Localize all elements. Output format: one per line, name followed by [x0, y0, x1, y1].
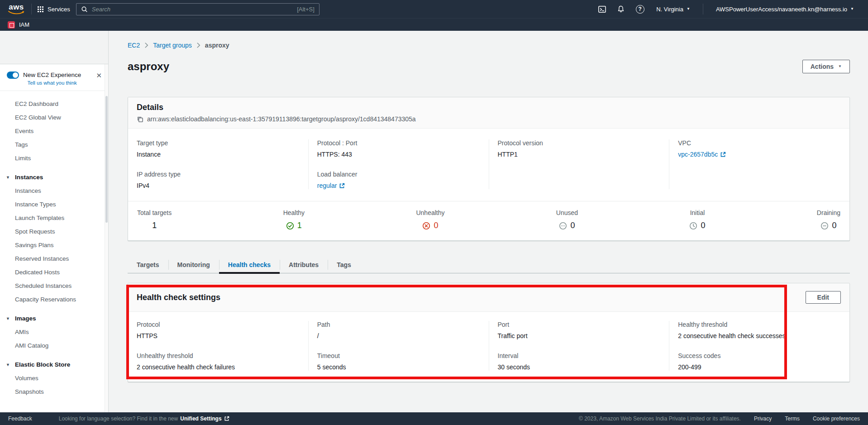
copyright-text: © 2023, Amazon Web Services India Privat…	[579, 415, 741, 422]
sidebar-item-scheduled-instances[interactable]: Scheduled Instances	[0, 279, 108, 293]
sidebar-item-volumes[interactable]: Volumes	[0, 372, 108, 385]
load-balancer-link[interactable]: regular	[317, 182, 345, 189]
edit-button[interactable]: Edit	[806, 291, 841, 304]
breadcrumb: EC2 Target groups asproxy	[128, 42, 850, 49]
sidebar-item-tags[interactable]: Tags	[0, 138, 108, 152]
sidebar-item-ec2-global-view[interactable]: EC2 Global View	[0, 111, 108, 124]
sidebar-top-gap	[0, 31, 108, 64]
chevron-down-icon: ▼	[850, 7, 854, 11]
sidebar-item-launch-templates[interactable]: Launch Templates	[0, 211, 108, 225]
sidebar-item-ami-catalog[interactable]: AMI Catalog	[0, 339, 108, 353]
hc-unhealthy-threshold-value: 2 consecutive health check failures	[137, 363, 300, 371]
target-health-summary: Total targets 1 Healthy 1 Unhealthy 0 Un…	[128, 201, 849, 240]
divider	[703, 4, 703, 14]
sidebar-section-instances[interactable]: ▼Instances	[0, 171, 108, 184]
close-icon[interactable]: ✕	[96, 72, 102, 79]
section-collapse-icon: ▼	[6, 312, 10, 325]
external-link-icon	[339, 183, 345, 189]
field-label: Success codes	[678, 352, 841, 359]
copy-icon[interactable]	[137, 116, 143, 123]
sidebar-item-amis[interactable]: AMIs	[0, 325, 108, 339]
region-label: N. Virginia	[656, 6, 683, 13]
help-question-icon: ?	[636, 5, 644, 14]
field-label: Port	[498, 321, 661, 328]
sidebar-item-snapshots[interactable]: Snapshots	[0, 385, 108, 399]
sidebar-item-instance-types[interactable]: Instance Types	[0, 198, 108, 211]
region-selector[interactable]: N. Virginia ▼	[649, 6, 697, 13]
ellipsis-circle-icon	[559, 222, 567, 230]
field-label: Protocol : Port	[317, 139, 480, 147]
stat-initial: Initial 0	[689, 209, 705, 230]
sidebar-item-capacity-reservations[interactable]: Capacity Reservations	[0, 293, 108, 306]
target-group-arn: arn:aws:elasticloadbalancing:us-east-1:3…	[147, 115, 416, 123]
breadcrumb-ec2[interactable]: EC2	[128, 42, 140, 49]
check-circle-icon	[286, 222, 294, 230]
favorite-iam-link[interactable]: IAM	[8, 21, 29, 29]
sidebar-item-ec2-dashboard[interactable]: EC2 Dashboard	[0, 97, 108, 111]
tab-attributes[interactable]: Attributes	[280, 257, 328, 273]
chevron-right-icon	[196, 42, 200, 48]
ip-address-type-value: IPv4	[137, 182, 300, 189]
chevron-right-icon	[144, 42, 148, 48]
sidebar-section-images[interactable]: ▼Images	[0, 312, 108, 325]
tab-monitoring[interactable]: Monitoring	[168, 257, 219, 273]
target-type-value: Instance	[137, 151, 300, 158]
unified-settings-link[interactable]: Unified Settings	[180, 415, 229, 422]
iam-service-icon	[8, 21, 15, 29]
sidebar-item-spot-requests[interactable]: Spot Requests	[0, 225, 108, 239]
page-title: asproxy	[128, 60, 169, 73]
feedback-link[interactable]: Tell us what you think	[23, 80, 81, 86]
aws-logo[interactable]: aws	[7, 4, 25, 14]
breadcrumb-target-groups[interactable]: Target groups	[153, 42, 192, 49]
new-experience-toggle[interactable]	[7, 72, 19, 79]
tab-targets[interactable]: Targets	[128, 257, 168, 273]
iam-label: IAM	[19, 21, 29, 28]
section-collapse-icon: ▼	[6, 171, 10, 184]
health-check-heading: Health check settings	[137, 293, 220, 302]
terms-link[interactable]: Terms	[785, 415, 800, 422]
help-button[interactable]: ?	[630, 5, 649, 14]
protocol-port-value: HTTPS: 443	[317, 151, 480, 158]
bell-icon	[617, 5, 625, 13]
field-label: Target type	[137, 139, 300, 147]
details-heading: Details	[137, 103, 841, 112]
details-card: Details arn:aws:elasticloadbalancing:us-…	[128, 97, 850, 241]
hc-timeout-value: 5 seconds	[317, 363, 480, 371]
tab-health-checks[interactable]: Health checks	[219, 257, 280, 273]
feedback-button[interactable]: Feedback	[8, 415, 32, 422]
sidebar-item-limits[interactable]: Limits	[0, 152, 108, 165]
notifications-button[interactable]	[611, 5, 630, 13]
vpc-link[interactable]: vpc-2657db5c	[678, 151, 726, 158]
sidebar-scrollbar[interactable]	[105, 64, 108, 412]
sidebar-item-events[interactable]: Events	[0, 124, 108, 138]
services-menu-button[interactable]: Services	[38, 6, 70, 13]
scrollbar-thumb[interactable]	[105, 96, 108, 223]
cloudshell-terminal-icon	[598, 5, 606, 14]
sidebar-section-elastic-block-store[interactable]: ▼Elastic Block Store	[0, 358, 108, 372]
field-label: Protocol	[137, 321, 300, 328]
stat-unhealthy: Unhealthy 0	[416, 209, 444, 230]
tab-tags[interactable]: Tags	[328, 257, 360, 273]
sidebar-item-dedicated-hosts[interactable]: Dedicated Hosts	[0, 266, 108, 279]
sidebar-item-instances[interactable]: Instances	[0, 184, 108, 198]
privacy-link[interactable]: Privacy	[754, 415, 772, 422]
stat-total-targets: Total targets 1	[137, 209, 172, 230]
x-circle-icon	[422, 222, 430, 230]
sidebar-item-reserved-instances[interactable]: Reserved Instances	[0, 252, 108, 266]
field-label: Interval	[498, 352, 661, 359]
stat-healthy: Healthy 1	[283, 209, 305, 230]
ec2-sidebar: New EC2 Experience Tell us what you thin…	[0, 31, 109, 412]
field-label: Timeout	[317, 352, 480, 359]
sidebar-item-savings-plans[interactable]: Savings Plans	[0, 239, 108, 252]
new-experience-title: New EC2 Experience	[23, 72, 81, 78]
search-input[interactable]	[92, 6, 293, 13]
cloudshell-button[interactable]	[592, 5, 611, 14]
cookie-preferences-link[interactable]: Cookie preferences	[813, 415, 860, 422]
minus-circle-icon	[820, 222, 829, 230]
global-search-box[interactable]: [Alt+S]	[76, 3, 320, 15]
health-check-card-header: Health check settings Edit	[128, 283, 849, 312]
new-experience-banner: New EC2 Experience Tell us what you thin…	[0, 64, 108, 91]
actions-button[interactable]: Actions ▼	[802, 60, 850, 73]
account-menu[interactable]: AWSPowerUserAccess/navaneeth.kn@harness.…	[709, 6, 861, 13]
stat-draining: Draining 0	[817, 209, 840, 230]
